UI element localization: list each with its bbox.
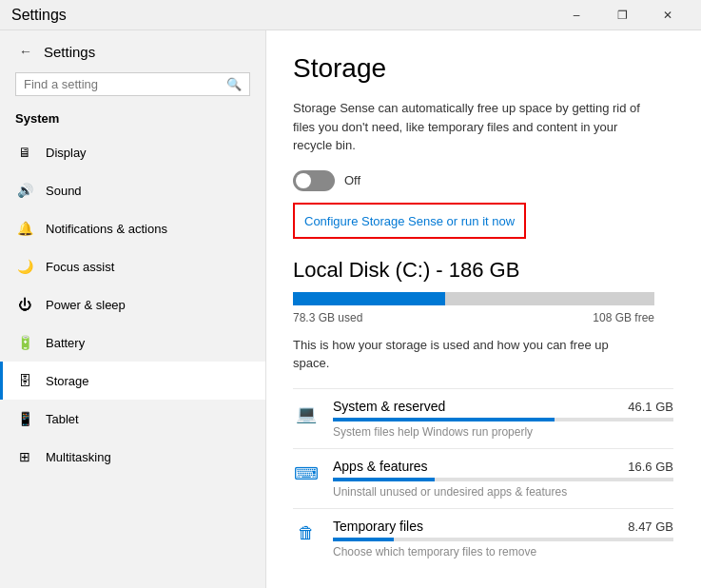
back-button[interactable]: ← [15, 42, 36, 61]
nav-label-focus: Focus assist [46, 260, 114, 274]
app-title: Settings [44, 44, 95, 60]
titlebar-title: Settings [11, 7, 67, 24]
nav-items: 🖥 Display 🔊 Sound 🔔 Notifications & acti… [0, 133, 265, 476]
sidebar-item-storage[interactable]: 🗄 Storage [0, 362, 265, 400]
nav-label-multitasking: Multitasking [46, 450, 111, 464]
tablet-icon: 📱 [15, 409, 34, 428]
storage-icon: 🗄 [15, 371, 34, 390]
system-title-row: System & reserved 46.1 GB [333, 399, 673, 414]
disk-title: Local Disk (C:) - 186 GB [293, 258, 678, 283]
storage-item-temp[interactable]: 🗑 Temporary files 8.47 GB Choose which t… [293, 508, 673, 568]
titlebar: Settings – ❐ ✕ [0, 0, 701, 30]
storage-item-apps[interactable]: ⌨ Apps & features 16.6 GB Uninstall unus… [293, 448, 673, 508]
nav-label-power: Power & sleep [46, 298, 126, 312]
apps-name: Apps & features [333, 459, 428, 474]
system-size: 46.1 GB [628, 400, 673, 414]
sidebar-item-battery[interactable]: 🔋 Battery [0, 323, 265, 362]
notifications-icon: 🔔 [15, 219, 34, 238]
apps-bar-fill [333, 478, 435, 481]
apps-bar [333, 478, 673, 481]
toggle-knob [296, 173, 311, 188]
minimize-button[interactable]: – [555, 2, 598, 29]
temp-title-row: Temporary files 8.47 GB [333, 519, 673, 534]
search-icon[interactable]: 🔍 [226, 77, 242, 91]
display-icon: 🖥 [15, 143, 34, 162]
nav-label-notifications: Notifications & actions [46, 222, 167, 236]
toggle-label: Off [344, 173, 360, 187]
system-desc: System files help Windows run properly [333, 425, 673, 439]
search-bar[interactable]: 🔍 [15, 72, 250, 96]
system-name: System & reserved [333, 399, 445, 414]
system-bar [333, 418, 673, 421]
main-panel: Storage Storage Sense can automatically … [266, 30, 701, 588]
disk-used: 78.3 GB used [293, 311, 362, 324]
disk-usage-row: 78.3 GB used 108 GB free [293, 311, 654, 324]
nav-label-sound: Sound [46, 184, 82, 198]
nav-label-storage: Storage [46, 374, 89, 388]
temp-info: Temporary files 8.47 GB Choose which tem… [333, 519, 673, 559]
apps-size: 16.6 GB [628, 460, 673, 474]
sidebar-top: ← Settings [0, 30, 265, 69]
storage-items-container: 💻 System & reserved 46.1 GB System files… [293, 388, 678, 568]
multitasking-icon: ⊞ [15, 447, 34, 466]
temp-icon: 🗑 [293, 520, 320, 547]
titlebar-controls: – ❐ ✕ [555, 2, 690, 29]
close-button[interactable]: ✕ [646, 2, 690, 29]
disk-usage-desc: This is how your storage is used and how… [293, 336, 635, 373]
section-label: System [0, 108, 265, 133]
sidebar-item-notifications[interactable]: 🔔 Notifications & actions [0, 209, 265, 247]
apps-info: Apps & features 16.6 GB Uninstall unused… [333, 459, 673, 499]
disk-free: 108 GB free [593, 311, 654, 324]
nav-label-battery: Battery [46, 336, 85, 350]
power-icon: ⏻ [15, 295, 34, 314]
temp-desc: Choose which temporary files to remove [333, 545, 673, 559]
system-bar-fill [333, 418, 555, 421]
page-title: Storage [293, 53, 678, 84]
configure-link-box: Configure Storage Sense or run it now [293, 203, 526, 239]
titlebar-left: Settings [11, 7, 67, 24]
focus-icon: 🌙 [15, 257, 34, 276]
temp-name: Temporary files [333, 519, 423, 534]
sound-icon: 🔊 [15, 181, 34, 200]
configure-link[interactable]: Configure Storage Sense or run it now [304, 214, 515, 228]
battery-icon: 🔋 [15, 333, 34, 352]
apps-desc: Uninstall unused or undesired apps & fea… [333, 485, 673, 499]
nav-label-tablet: Tablet [46, 412, 79, 426]
disk-bar-container [293, 292, 654, 305]
apps-title-row: Apps & features 16.6 GB [333, 459, 673, 474]
sidebar-item-multitasking[interactable]: ⊞ Multitasking [0, 438, 265, 476]
system-info: System & reserved 46.1 GB System files h… [333, 399, 673, 439]
sidebar-item-display[interactable]: 🖥 Display [0, 133, 265, 171]
search-input[interactable] [24, 77, 226, 91]
temp-size: 8.47 GB [628, 519, 673, 534]
sidebar: ← Settings 🔍 System 🖥 Display 🔊 Sound 🔔 … [0, 30, 266, 588]
sidebar-item-focus[interactable]: 🌙 Focus assist [0, 247, 265, 285]
storage-item-system[interactable]: 💻 System & reserved 46.1 GB System files… [293, 388, 673, 448]
apps-icon: ⌨ [293, 461, 320, 487]
temp-bar [333, 538, 673, 541]
disk-bar-fill [293, 292, 445, 305]
toggle-row: Off [293, 170, 678, 191]
sidebar-item-sound[interactable]: 🔊 Sound [0, 171, 265, 209]
restore-button[interactable]: ❐ [600, 2, 644, 29]
app-body: ← Settings 🔍 System 🖥 Display 🔊 Sound 🔔 … [0, 30, 701, 588]
nav-label-display: Display [46, 146, 87, 160]
temp-bar-fill [333, 538, 394, 541]
sidebar-item-tablet[interactable]: 📱 Tablet [0, 400, 265, 438]
storage-sense-toggle[interactable] [293, 170, 335, 191]
system-icon: 💻 [293, 401, 320, 427]
storage-description: Storage Sense can automatically free up … [293, 99, 654, 155]
sidebar-item-power[interactable]: ⏻ Power & sleep [0, 285, 265, 323]
